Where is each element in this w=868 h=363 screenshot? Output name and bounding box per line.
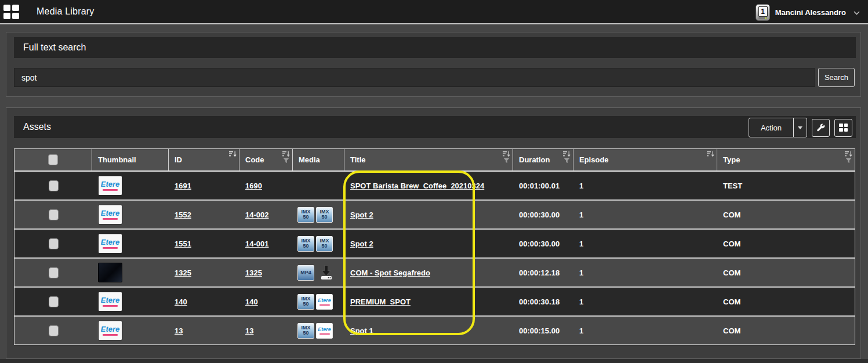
- row-checkbox[interactable]: [49, 325, 59, 336]
- title-cell: Spot 2: [344, 201, 513, 228]
- search-input[interactable]: [14, 68, 815, 87]
- asset-title-link[interactable]: PREMIUM_SPOT: [350, 297, 411, 306]
- type-value: COM: [723, 268, 740, 277]
- episode-value: 1: [579, 326, 583, 335]
- etere-thumbnail[interactable]: Etere: [98, 176, 122, 195]
- imx50-media-icon: IMX50: [316, 236, 333, 252]
- asset-id-link[interactable]: 13: [175, 326, 183, 335]
- assets-table: Thumbnail ID Code Media Title: [14, 148, 855, 345]
- filter-icon[interactable]: [503, 158, 510, 164]
- asset-title-link[interactable]: SPOT Barista Brew_Coffee_20210324: [350, 182, 484, 190]
- user-menu[interactable]: 1 Mancini Alessandro: [756, 0, 860, 24]
- asset-id-link[interactable]: 140: [175, 297, 187, 306]
- sort-icon[interactable]: [563, 151, 571, 158]
- filter-icon[interactable]: [564, 158, 570, 164]
- etere-tagline: [103, 189, 118, 191]
- row-select-cell: [14, 201, 92, 228]
- thumbnail-cell: Etere: [92, 317, 169, 344]
- assets-panel-title: Assets: [23, 122, 51, 132]
- action-dropdown-button[interactable]: [793, 118, 807, 137]
- imx50-media-icon: IMX50: [316, 207, 333, 223]
- asset-code-link[interactable]: 1690: [245, 182, 262, 190]
- etere-thumbnail[interactable]: Etere: [98, 205, 122, 224]
- column-header-duration[interactable]: Duration: [513, 149, 573, 170]
- etere-thumbnail[interactable]: Etere: [98, 234, 122, 253]
- type-value: COM: [723, 239, 740, 248]
- imx50-media-icon: IMX50: [297, 323, 314, 339]
- asset-id-link[interactable]: 1325: [175, 268, 191, 277]
- asset-title-link[interactable]: Spot 2: [350, 210, 373, 219]
- episode-cell: 1: [573, 317, 717, 344]
- id-cell: 1325: [169, 259, 239, 286]
- asset-code-link[interactable]: 1325: [245, 268, 262, 277]
- type-cell: COM: [717, 259, 855, 286]
- asset-code-link[interactable]: 14-001: [245, 239, 268, 248]
- episode-value: 1: [579, 297, 583, 306]
- column-header-thumbnail[interactable]: Thumbnail: [92, 149, 169, 170]
- asset-id-link[interactable]: 1551: [175, 239, 191, 248]
- type-value: COM: [723, 210, 740, 219]
- asset-code-link[interactable]: 140: [245, 297, 258, 306]
- duration-cell: 00:00:30.00: [513, 230, 573, 257]
- column-header-media[interactable]: Media: [293, 149, 344, 170]
- filter-icon[interactable]: [845, 158, 852, 164]
- title-cell: Spot 1: [344, 317, 513, 344]
- asset-code-link[interactable]: 13: [245, 326, 253, 335]
- sort-icon[interactable]: [845, 151, 852, 158]
- type-value: COM: [723, 326, 740, 335]
- asset-id-link[interactable]: 1691: [175, 182, 191, 190]
- mp4-media-icon: MP4: [297, 265, 314, 281]
- video-thumbnail[interactable]: [98, 263, 122, 282]
- action-button[interactable]: Action: [749, 118, 793, 137]
- media-cell: IMX50Etere: [293, 317, 344, 344]
- settings-wrench-button[interactable]: [812, 119, 830, 137]
- column-header-code[interactable]: Code: [239, 149, 293, 170]
- row-checkbox[interactable]: [49, 180, 59, 191]
- etere-thumbnail[interactable]: Etere: [98, 321, 122, 340]
- etere-tagline: [103, 334, 118, 336]
- media-cell: IMX50IMX50: [293, 230, 344, 257]
- asset-code-link[interactable]: 14-002: [245, 210, 268, 219]
- asset-id-link[interactable]: 1552: [175, 210, 191, 219]
- grid-view-button[interactable]: [834, 119, 852, 137]
- download-icon[interactable]: [317, 265, 335, 280]
- download-arrow-icon: [317, 265, 335, 280]
- sort-icon[interactable]: [707, 151, 714, 158]
- workstation-badge: 1: [758, 6, 768, 17]
- episode-cell: 1: [573, 201, 717, 228]
- filter-icon[interactable]: [283, 158, 289, 164]
- imx50-media-icon: IMX50: [297, 207, 314, 223]
- sort-icon[interactable]: [503, 151, 510, 158]
- title-cell: Spot 2: [344, 230, 513, 257]
- media-cell: MP4: [293, 259, 344, 286]
- asset-title-link[interactable]: Spot 2: [350, 239, 373, 248]
- etere-logo: Etere: [101, 209, 120, 217]
- wrench-icon: [816, 124, 825, 132]
- search-button[interactable]: Search: [818, 68, 855, 87]
- sort-icon[interactable]: [229, 151, 237, 158]
- search-panel-header: Full text search: [14, 37, 856, 58]
- code-cell: 13: [239, 317, 293, 344]
- id-cell: 1691: [169, 172, 239, 199]
- type-cell: COM: [717, 317, 855, 344]
- select-all-checkbox[interactable]: [48, 154, 58, 165]
- duration-cell: 00:00:30.18: [513, 288, 573, 315]
- asset-title-link[interactable]: Spot 1: [350, 326, 373, 335]
- column-header-episode[interactable]: Episode: [573, 149, 717, 170]
- code-cell: 140: [239, 288, 293, 315]
- row-checkbox[interactable]: [49, 296, 59, 307]
- column-header-id[interactable]: ID: [169, 149, 239, 170]
- table-body: Etere16911690SPOT Barista Brew_Coffee_20…: [14, 172, 855, 344]
- row-checkbox[interactable]: [49, 267, 59, 278]
- row-checkbox[interactable]: [49, 209, 59, 220]
- sort-icon[interactable]: [282, 151, 290, 158]
- row-checkbox[interactable]: [49, 238, 59, 249]
- episode-cell: 1: [573, 230, 717, 257]
- table-row: Etere155214-002IMX50IMX50Spot 200:00:30.…: [14, 199, 855, 228]
- column-header-title[interactable]: Title: [344, 149, 513, 170]
- app-menu-icon[interactable]: [3, 5, 19, 19]
- column-header-type[interactable]: Type: [717, 149, 855, 170]
- etere-thumbnail[interactable]: Etere: [98, 292, 122, 311]
- asset-title-link[interactable]: COM - Spot Segafredo: [350, 268, 430, 277]
- chevron-down-icon[interactable]: [854, 7, 860, 17]
